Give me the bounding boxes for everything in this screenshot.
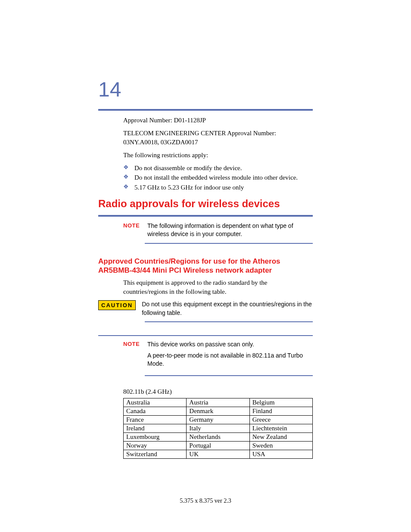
caution-label: CAUTION: [98, 300, 136, 310]
table-cell: USA: [249, 450, 312, 458]
approval-number-1: Approval Number: D01-1128JP: [123, 116, 313, 124]
note2-line2: A peer-to-peer mode is not available in …: [147, 352, 313, 368]
table-row: CanadaDenmarkFinland: [124, 407, 313, 415]
table-cell: UK: [187, 450, 249, 458]
sub-body-text: This equipment is approved to the radio …: [123, 278, 313, 296]
countries-table: AustraliaAustriaBelgiumCanadaDenmarkFinl…: [123, 398, 313, 459]
divider-thick: [98, 215, 313, 217]
table-row: AustraliaAustriaBelgium: [124, 398, 313, 407]
note-text: The following information is dependent o…: [147, 222, 313, 239]
table-row: NorwayPortugalSweden: [124, 441, 313, 450]
approval-number-2: TELECOM ENGINEERING CENTER Approval Numb…: [123, 129, 313, 146]
restrictions-intro: The following restrictions apply:: [123, 151, 313, 159]
table-cell: Finland: [249, 407, 312, 415]
caution-text: Do not use this equipment except in the …: [142, 300, 313, 317]
table-cell: Italy: [187, 424, 249, 432]
table-cell: Netherlands: [187, 432, 249, 441]
heading-approved-countries: Approved Countries/Regions for use for t…: [98, 257, 313, 275]
intro-block: Approval Number: D01-1128JP TELECOM ENGI…: [123, 116, 313, 192]
restriction-item: 5.17 GHz to 5.23 GHz for indoor use only: [123, 183, 313, 192]
table-cell: Sweden: [249, 441, 312, 450]
table-cell: Greece: [249, 415, 312, 424]
table-cell: Portugal: [187, 441, 249, 450]
table-row: IrelandItalyLiechtenstein: [124, 424, 313, 432]
note2-line1: This device works on passive scan only.: [147, 340, 313, 349]
note-callout: NOTE The following information is depend…: [123, 222, 313, 239]
table-cell: France: [124, 415, 187, 424]
restrictions-list: Do not disassemble or modify the device.…: [123, 164, 313, 192]
divider-thin: [145, 243, 313, 244]
table-cell: Canada: [124, 407, 187, 415]
table-row: LuxembourgNetherlandsNew Zealand: [124, 432, 313, 441]
restriction-item: Do not disassemble or modify the device.: [123, 164, 313, 172]
table-cell: Luxembourg: [124, 432, 187, 441]
note-label: NOTE: [123, 340, 141, 347]
table-cell: Denmark: [187, 407, 249, 415]
table-cell: Liechtenstein: [249, 424, 312, 432]
restriction-item: Do not install the embedded wireless mod…: [123, 173, 313, 182]
sub-body-block: This equipment is approved to the radio …: [123, 278, 313, 296]
table-cell: Norway: [124, 441, 187, 450]
table-cell: Belgium: [249, 398, 312, 407]
table-title: 802.11b (2.4 GHz): [123, 388, 313, 395]
page-footer: 5.375 x 8.375 ver 2.3: [0, 498, 411, 504]
table-cell: Austria: [187, 398, 249, 407]
note-text: This device works on passive scan only. …: [147, 340, 313, 371]
page-number: 14: [98, 78, 313, 101]
table-cell: Ireland: [124, 424, 187, 432]
table-cell: Australia: [124, 398, 187, 407]
note-label: NOTE: [123, 222, 141, 229]
table-cell: Switzerland: [124, 450, 187, 458]
page-container: 14 Approval Number: D01-1128JP TELECOM E…: [98, 78, 313, 459]
table-cell: New Zealand: [249, 432, 312, 441]
divider-thin: [145, 375, 313, 376]
note-callout-2: NOTE This device works on passive scan o…: [123, 340, 313, 371]
caution-callout: CAUTION Do not use this equipment except…: [98, 300, 313, 317]
divider-thin: [98, 335, 313, 336]
table-cell: Germany: [187, 415, 249, 424]
heading-radio-approvals: Radio approvals for wireless devices: [98, 198, 313, 210]
divider-thick: [98, 109, 313, 111]
table-row: SwitzerlandUKUSA: [124, 450, 313, 458]
table-row: FranceGermanyGreece: [124, 415, 313, 424]
